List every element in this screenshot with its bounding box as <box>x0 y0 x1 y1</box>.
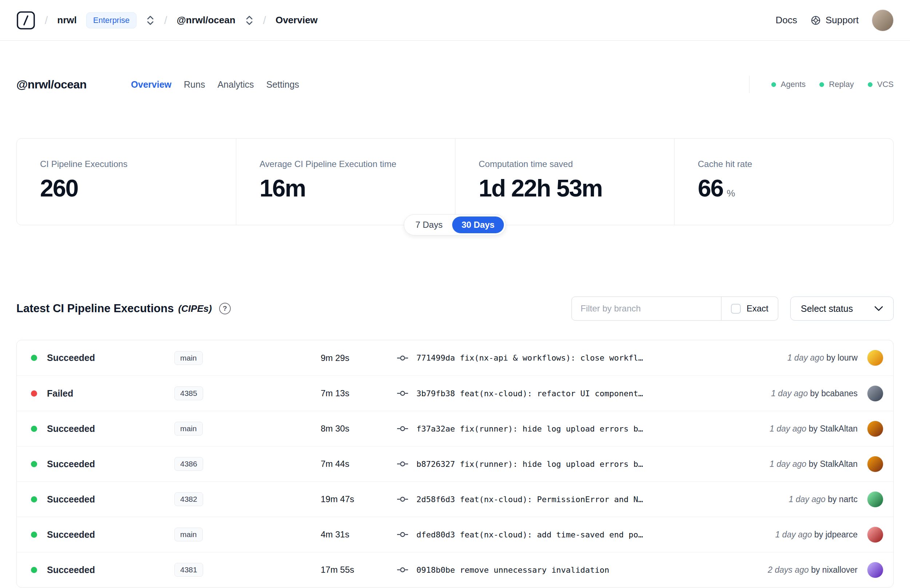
branch-badge[interactable]: main <box>175 422 203 436</box>
commit-message[interactable]: 771499da fix(nx-api & workflows): close … <box>416 353 643 362</box>
table-row[interactable]: Failed 4385 7m 13s 3b79fb38 feat(nx-clou… <box>17 375 893 411</box>
exact-checkbox[interactable] <box>731 304 741 313</box>
branch-badge[interactable]: main <box>175 528 203 541</box>
stat-card-average-execution-time: Average CI Pipeline Execution time 16m <box>236 139 455 225</box>
table-row[interactable]: Succeeded 4382 19m 47s 2d58f6d3 feat(nx-… <box>17 481 893 517</box>
commit-message-text: fix(runner): hide log upload errors b… <box>460 424 643 433</box>
org-name[interactable]: nrwl <box>57 15 76 26</box>
branch-badge[interactable]: 4382 <box>175 492 203 506</box>
status-label: Succeeded <box>47 423 95 434</box>
author[interactable]: by StalkAltan <box>809 459 858 468</box>
branch-badge[interactable]: 4381 <box>175 563 203 577</box>
commit-hash: 771499da <box>416 353 455 362</box>
branch-badge[interactable]: 4386 <box>175 457 203 471</box>
tab-analytics[interactable]: Analytics <box>217 79 254 90</box>
author[interactable]: by StalkAltan <box>809 424 858 433</box>
top-navbar: / nrwl Enterprise / @nrwl/ocean / Overvi… <box>0 0 910 41</box>
time-ago: 2 days ago <box>768 565 809 575</box>
duration: 4m 31s <box>321 530 397 540</box>
stat-value: 260 <box>40 174 213 202</box>
app-logo[interactable] <box>16 11 35 30</box>
avatar[interactable] <box>867 385 883 402</box>
commit-hash: 2d58f6d3 <box>416 495 455 504</box>
table-row[interactable]: Succeeded main 9m 29s 771499da fix(nx-ap… <box>17 340 893 375</box>
status-dot <box>31 391 37 397</box>
commit-cell: 2d58f6d3 feat(nx-cloud): PermissionError… <box>397 495 778 504</box>
support-link[interactable]: Support <box>810 15 859 26</box>
author[interactable]: by nartc <box>828 494 858 504</box>
author[interactable]: by jdpearce <box>814 530 858 539</box>
meta-cell: 2 days ago by nixallover <box>757 565 858 575</box>
select-status-dropdown[interactable]: Select status <box>790 297 894 321</box>
tab-runs[interactable]: Runs <box>184 79 205 90</box>
range-30-days[interactable]: 30 Days <box>452 216 504 233</box>
commit-message[interactable]: 3b79fb38 feat(nx-cloud): refactor UI com… <box>416 389 643 398</box>
branch-filter-input[interactable] <box>572 297 721 321</box>
branch-cell: 4385 <box>175 386 321 400</box>
commit-message-text: fix(nx-api & workflows): close workfl… <box>460 353 643 362</box>
branch-cell: main <box>175 528 321 541</box>
git-commit-icon <box>397 425 408 432</box>
help-icon[interactable]: ? <box>219 303 231 314</box>
status-agents[interactable]: Agents <box>771 80 806 89</box>
commit-message[interactable]: f37a32ae fix(runner): hide log upload er… <box>416 424 643 433</box>
avatar[interactable] <box>867 421 883 437</box>
status-vcs[interactable]: VCS <box>868 80 894 89</box>
duration: 17m 55s <box>321 565 397 575</box>
exact-label: Exact <box>747 304 768 313</box>
duration: 19m 47s <box>321 494 397 504</box>
stat-label: Average CI Pipeline Execution time <box>260 159 432 169</box>
commit-message[interactable]: 2d58f6d3 feat(nx-cloud): PermissionError… <box>416 495 643 504</box>
commit-message[interactable]: dfed80d3 feat(nx-cloud): add time-saved … <box>416 530 643 539</box>
user-avatar[interactable] <box>872 10 894 31</box>
commit-message[interactable]: 0918b0be remove unnecessary invalidation <box>416 565 609 575</box>
org-switcher[interactable] <box>146 14 155 27</box>
table-row[interactable]: Succeeded main 4m 31s dfed80d3 feat(nx-c… <box>17 517 893 552</box>
tab-settings[interactable]: Settings <box>266 79 299 90</box>
stat-label: Cache hit rate <box>698 159 870 169</box>
workspace-name[interactable]: @nrwl/ocean <box>176 15 235 26</box>
avatar[interactable] <box>867 491 883 507</box>
meta-cell: 1 day ago by StalkAltan <box>758 459 858 469</box>
time-ago: 1 day ago <box>787 353 824 362</box>
tab-overview[interactable]: Overview <box>131 79 171 90</box>
table-row[interactable]: Succeeded 4381 17m 55s 0918b0be remove u… <box>17 552 893 587</box>
meta-cell: 1 day ago by lourw <box>776 353 858 363</box>
range-7-days[interactable]: 7 Days <box>406 216 452 233</box>
branch-badge[interactable]: main <box>175 351 203 365</box>
status-label: Succeeded <box>47 565 95 575</box>
avatar[interactable] <box>867 350 883 366</box>
time-ago: 1 day ago <box>789 494 826 504</box>
breadcrumb-separator: / <box>45 14 48 27</box>
meta-cell: 1 day ago by nartc <box>778 494 858 504</box>
author[interactable]: by nixallover <box>811 565 858 575</box>
status-replay[interactable]: Replay <box>819 80 853 89</box>
branch-cell: 4386 <box>175 457 321 471</box>
page-title: @nrwl/ocean <box>16 78 87 91</box>
avatar[interactable] <box>867 562 883 578</box>
docs-link[interactable]: Docs <box>776 15 797 26</box>
author[interactable]: by bcabanes <box>810 389 858 398</box>
author[interactable]: by lourw <box>826 353 858 362</box>
table-row[interactable]: Succeeded 4386 7m 44s b8726327 fix(runne… <box>17 446 893 481</box>
branch-badge[interactable]: 4385 <box>175 386 203 400</box>
exact-match-control[interactable]: Exact <box>721 297 778 321</box>
status-label: Replay <box>829 80 853 89</box>
git-commit-icon <box>397 531 408 538</box>
section-title-suffix: (CIPEs) <box>178 303 212 314</box>
workspace-switcher[interactable] <box>245 14 254 27</box>
breadcrumb: / nrwl Enterprise / @nrwl/ocean / Overvi… <box>16 11 318 30</box>
meta-cell: 1 day ago by StalkAltan <box>758 424 858 434</box>
stat-value: 1d 22h 53m <box>478 174 651 202</box>
commit-message[interactable]: b8726327 fix(runner): hide log upload er… <box>416 460 643 468</box>
avatar[interactable] <box>867 527 883 543</box>
commit-message-text: remove unnecessary invalidation <box>460 565 609 575</box>
status-dot <box>819 82 824 87</box>
time-ago: 1 day ago <box>771 389 808 398</box>
table-row[interactable]: Succeeded main 8m 30s f37a32ae fix(runne… <box>17 411 893 446</box>
avatar[interactable] <box>867 456 883 472</box>
time-ago: 1 day ago <box>769 424 806 433</box>
status-label: Succeeded <box>47 459 95 469</box>
select-status-label: Select status <box>801 304 853 314</box>
commit-hash: dfed80d3 <box>416 530 455 539</box>
